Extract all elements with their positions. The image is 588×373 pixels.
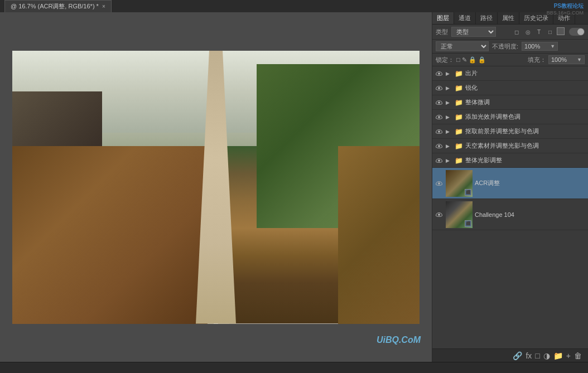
layer-name-chuplan: 出片 [465, 69, 586, 77]
visibility-foreground[interactable] [435, 127, 444, 136]
expand-sharpen[interactable]: ▶ [446, 85, 452, 91]
visibility-chuplan[interactable] [435, 69, 444, 78]
expand-chuplan[interactable]: ▶ [446, 71, 452, 76]
layer-name-lightadjust: 整体光影调整 [465, 156, 586, 164]
expand-lightadjust[interactable]: ▶ [446, 158, 452, 163]
main-content: UiBQ.CoM 图层 通道 路径 属性 历史记录 动作 类型 类型 ◻ ◎ T… [0, 12, 588, 362]
visibility-overall[interactable] [435, 98, 444, 107]
fill-arrow[interactable]: ▼ [577, 57, 582, 62]
status-bar [0, 362, 588, 373]
filter-toggle[interactable] [569, 28, 585, 36]
fill-control[interactable]: 100% ▼ [548, 55, 585, 64]
canvas-area[interactable]: UiBQ.CoM [0, 12, 432, 362]
filter-shape-icon[interactable]: □ [546, 27, 555, 36]
layer-name-acr: ACR调整 [475, 180, 500, 186]
tab-channels[interactable]: 通道 [454, 12, 476, 24]
layer-item-acr[interactable]: ⬛ ACR调整 [432, 168, 588, 199]
eye-icon-overall [436, 100, 442, 105]
foreground-right [338, 146, 420, 324]
fill-label: 填充： [528, 56, 546, 64]
layer-group-foreground[interactable]: ▶ 📁 抠取前景并调整光影与色调 [432, 124, 588, 139]
eye-icon-challenge [436, 212, 442, 217]
lock-transparent-icon[interactable]: □ [456, 56, 460, 63]
layer-group-chuplan[interactable]: ▶ 📁 出片 [432, 66, 588, 81]
layer-group-sky[interactable]: ▶ 📁 天空素材并调整光影与色调 [432, 139, 588, 153]
filter-text-icon[interactable]: T [534, 27, 543, 36]
opacity-arrow[interactable]: ▼ [550, 43, 555, 49]
add-adjustment-button[interactable]: ◑ [543, 351, 550, 360]
layer-thumbnail-challenge: ⬛ [446, 201, 473, 228]
document-tab[interactable]: @ 16.7% (ACR调整, RGB/16*) * × [4, 0, 112, 12]
lock-row: 锁定： □ ✎ 🔒 🔒 填充： 100% ▼ [432, 54, 588, 66]
tab-layers[interactable]: 图层 [432, 12, 454, 24]
delete-layer-button[interactable]: 🗑 [574, 351, 582, 360]
ps-logo: PS教程论坛 [554, 2, 584, 10]
expand-overall[interactable]: ▶ [446, 100, 452, 105]
add-link-button[interactable]: 🔗 [513, 351, 522, 360]
layer-name-lighteffect: 添加光效并调整色调 [465, 113, 586, 121]
folder-icon-foreground: 📁 [455, 128, 463, 135]
add-style-button[interactable]: fx [526, 351, 532, 360]
add-mask-button[interactable]: □ [535, 351, 539, 360]
folder-icon-lighteffect: 📁 [455, 113, 463, 121]
layer-name-overall: 整体微调 [465, 98, 586, 106]
right-panel: 图层 通道 路径 属性 历史记录 动作 类型 类型 ◻ ◎ T □ [432, 12, 588, 362]
layer-filter-row: 类型 类型 ◻ ◎ T □ [432, 25, 588, 40]
expand-sky[interactable]: ▶ [446, 143, 452, 149]
visibility-acr[interactable] [435, 179, 444, 188]
layer-group-overall[interactable]: ▶ 📁 整体微调 [432, 95, 588, 110]
eye-icon-sky [436, 144, 442, 148]
folder-icon-lightadjust: 📁 [455, 157, 463, 164]
lock-icons: □ ✎ 🔒 🔒 [456, 56, 486, 64]
layer-thumbnail-acr: ⬛ [446, 170, 473, 197]
forum-url: BBS.16×G.COM [547, 10, 584, 16]
fill-value: 100% [551, 56, 567, 63]
visibility-lighteffect[interactable] [435, 113, 444, 122]
layer-name-sky: 天空素材并调整光影与色调 [465, 142, 586, 150]
filter-icons: ◻ ◎ T □ [512, 27, 565, 36]
layer-item-challenge[interactable]: ⬛ Challenge 104 [432, 199, 588, 230]
filter-smart-icon[interactable] [557, 27, 565, 35]
folder-icon-sky: 📁 [455, 142, 463, 150]
tab-label: @ 16.7% (ACR调整, RGB/16*) * [11, 2, 99, 11]
close-tab-button[interactable]: × [102, 3, 105, 9]
folder-icon-chuplan: 📁 [455, 70, 463, 77]
layer-name-challenge: Challenge 104 [475, 211, 514, 218]
expand-lighteffect[interactable]: ▶ [446, 114, 452, 120]
layer-group-lighteffect[interactable]: ▶ 📁 添加光效并调整色调 [432, 110, 588, 124]
panel-footer: 🔗 fx □ ◑ 📁 + 🗑 [432, 348, 588, 362]
visibility-lightadjust[interactable] [435, 156, 444, 165]
smart-object-badge-acr: ⬛ [465, 189, 471, 196]
add-layer-button[interactable]: + [566, 351, 571, 360]
filter-pixel-icon[interactable]: ◻ [512, 27, 521, 36]
visibility-sky[interactable] [435, 142, 444, 151]
filter-adjustment-icon[interactable]: ◎ [523, 27, 532, 36]
layer-group-sharpen[interactable]: ▶ 📁 锐化 [432, 81, 588, 95]
lock-all-icon[interactable]: 🔒 [478, 56, 486, 64]
layer-name-foreground: 抠取前景并调整光影与色调 [465, 127, 586, 135]
eye-icon-foreground [436, 129, 442, 134]
visibility-challenge[interactable] [435, 210, 444, 219]
opacity-control[interactable]: 100% ▼ [522, 42, 558, 51]
tab-paths[interactable]: 路径 [476, 12, 498, 24]
filter-dropdown[interactable]: 类型 [451, 27, 496, 37]
lock-position-icon[interactable]: 🔒 [469, 56, 476, 64]
tab-properties[interactable]: 属性 [498, 12, 519, 24]
folder-icon-sharpen: 📁 [455, 84, 463, 92]
visibility-sharpen[interactable] [435, 84, 444, 93]
opacity-label: 不透明度: [492, 42, 518, 51]
layer-group-lightadjust[interactable]: ▶ 📁 整体光影调整 [432, 153, 588, 168]
expand-foreground[interactable]: ▶ [446, 129, 452, 134]
lock-pixels-icon[interactable]: ✎ [462, 56, 467, 64]
layer-name-section-challenge: Challenge 104 [475, 211, 586, 219]
canvas-wrapper [12, 51, 420, 324]
eye-icon-chuplan [436, 71, 442, 76]
eye-icon-acr [436, 181, 442, 186]
smart-object-badge-challenge: ⬛ [465, 220, 471, 227]
add-folder-button[interactable]: 📁 [553, 351, 563, 360]
eye-icon-sharpen [436, 86, 442, 90]
filter-label: 类型 [436, 28, 448, 36]
layer-list: ▶ 📁 出片 ▶ 📁 锐化 ▶ 📁 整体微调 [432, 66, 588, 348]
blend-mode-dropdown[interactable]: 正常 [436, 41, 489, 51]
foreground-left [12, 146, 208, 324]
